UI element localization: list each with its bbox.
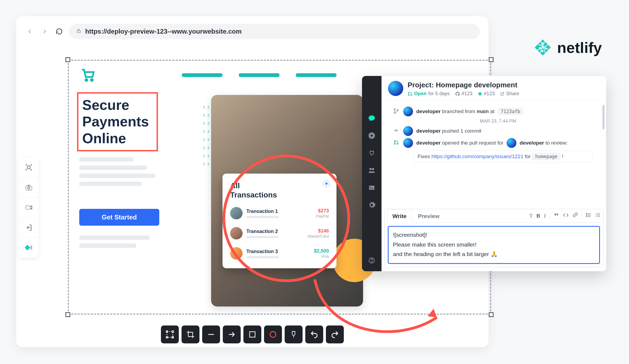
netlify-brand: netlify: [533, 38, 602, 57]
avatar: [230, 247, 243, 260]
netlify-ref[interactable]: #123: [478, 91, 495, 97]
collab-header: Project: Homepage development Open for 5…: [382, 76, 606, 101]
commit-icon: [392, 128, 400, 135]
get-started-button[interactable]: Get Started: [79, 209, 159, 226]
browser-chrome: https://deploy-preview-123--www.yourwebs…: [16, 16, 488, 39]
activity-timestamp: MAR 23, 7:44 PM: [392, 119, 603, 124]
svg-point-31: [408, 94, 409, 95]
transactions-title: All Transactions: [230, 181, 329, 199]
members-tab-icon[interactable]: [365, 163, 379, 177]
terminal-tab-icon[interactable]: [365, 181, 379, 195]
svg-rect-20: [26, 186, 32, 190]
transaction-row[interactable]: Transaction 3 $2,500Visa: [230, 243, 329, 263]
avatar: [403, 138, 413, 148]
svg-point-40: [397, 143, 398, 144]
headline-highlight: Secure Payments Online: [77, 92, 158, 151]
svg-rect-22: [26, 206, 30, 209]
redo-button[interactable]: [326, 325, 344, 343]
comment-editor: Write Preview T B I: [384, 209, 603, 267]
netlify-menu-button[interactable]: [19, 238, 39, 258]
resize-handle[interactable]: [65, 312, 70, 317]
chat-tab-icon[interactable]: [365, 111, 379, 125]
avatar: [230, 227, 243, 240]
svg-point-32: [411, 94, 412, 95]
resize-handle[interactable]: [489, 312, 494, 317]
svg-rect-19: [27, 166, 30, 169]
svg-point-11: [91, 79, 93, 81]
help-tab-icon[interactable]: [365, 253, 379, 267]
crop-tool-button[interactable]: [182, 325, 199, 343]
branch-icon: [392, 108, 400, 115]
svg-point-35: [394, 112, 395, 113]
nav-placeholder: [182, 73, 336, 77]
cart-icon: [81, 68, 96, 84]
reload-button[interactable]: [54, 27, 64, 36]
issue-link[interactable]: https://github.com/company/issues/1221: [431, 154, 523, 159]
netlify-logo-icon: [533, 38, 552, 57]
code-button[interactable]: [563, 212, 569, 219]
avatar: [388, 81, 403, 96]
rect-tool-button[interactable]: [243, 325, 261, 343]
settings-tab-icon[interactable]: [365, 198, 379, 212]
integrations-tab-icon[interactable]: [365, 146, 379, 160]
pr-description: Fixes https://github.com/company/issues/…: [414, 151, 593, 162]
ul-button[interactable]: [586, 212, 591, 219]
pr-icon: [392, 140, 400, 146]
activity-feed: developer branched from main at 7123afb …: [382, 101, 606, 209]
line-tool-button[interactable]: [202, 325, 220, 343]
add-transaction-button[interactable]: +: [322, 180, 331, 188]
svg-point-25: [369, 168, 371, 170]
svg-point-30: [408, 92, 409, 93]
nav-back-button[interactable]: [25, 27, 35, 36]
transaction-row[interactable]: Transaction 1 $273PayPal: [230, 203, 329, 223]
lock-icon: [76, 28, 81, 35]
collab-sidebar: [362, 76, 382, 271]
resize-handle[interactable]: [489, 57, 494, 62]
resize-handle[interactable]: [65, 57, 70, 62]
capture-area-button[interactable]: [19, 157, 39, 177]
svg-point-26: [372, 168, 374, 170]
commit-chip[interactable]: 7123afb: [498, 108, 523, 115]
ol-button[interactable]: 123: [595, 212, 601, 219]
address-bar[interactable]: https://deploy-preview-123--www.yourwebs…: [69, 24, 480, 39]
add-tab-icon[interactable]: [365, 129, 379, 143]
heading-button[interactable]: T: [529, 213, 533, 219]
svg-point-29: [371, 261, 372, 262]
svg-point-34: [394, 108, 395, 110]
brush-tool-button[interactable]: [285, 325, 303, 343]
github-ref[interactable]: #123: [455, 91, 472, 97]
svg-point-43: [586, 216, 587, 217]
page-headline: Secure Payments Online: [82, 97, 149, 147]
arrow-tool-button[interactable]: [223, 325, 241, 343]
link-button[interactable]: [573, 212, 578, 219]
avatar: [403, 107, 413, 116]
share-button[interactable]: Share: [500, 91, 519, 97]
svg-rect-15: [166, 337, 168, 338]
capture-video-button[interactable]: [19, 197, 39, 218]
nav-forward-button[interactable]: [40, 27, 49, 36]
svg-rect-23: [25, 245, 30, 250]
capture-photo-button[interactable]: [19, 177, 39, 197]
undo-button[interactable]: [305, 325, 323, 343]
preview-tab[interactable]: Preview: [413, 209, 444, 223]
comment-textarea[interactable]: ![screenshot]! Please make this screen s…: [388, 226, 600, 264]
project-title: Project: Homepage development: [408, 81, 600, 89]
svg-point-38: [394, 140, 395, 141]
select-tool-button[interactable]: [161, 325, 179, 343]
svg-rect-9: [77, 31, 80, 33]
exit-button[interactable]: [19, 218, 39, 238]
url-text: https://deploy-preview-123--www.yourwebs…: [85, 28, 242, 35]
bold-button[interactable]: B: [536, 213, 540, 219]
svg-point-39: [394, 143, 395, 144]
svg-rect-33: [478, 92, 482, 96]
quote-button[interactable]: [554, 212, 559, 219]
svg-point-36: [397, 109, 398, 111]
collab-panel: Project: Homepage development Open for 5…: [362, 76, 606, 271]
write-tab[interactable]: Write: [387, 209, 412, 223]
svg-text:3: 3: [596, 216, 596, 217]
transaction-row[interactable]: Transaction 2 $146MasterCard: [230, 223, 329, 243]
svg-point-10: [85, 79, 87, 81]
italic-button[interactable]: I: [544, 213, 546, 219]
circle-tool-button[interactable]: [264, 325, 282, 343]
avatar: [507, 138, 516, 148]
